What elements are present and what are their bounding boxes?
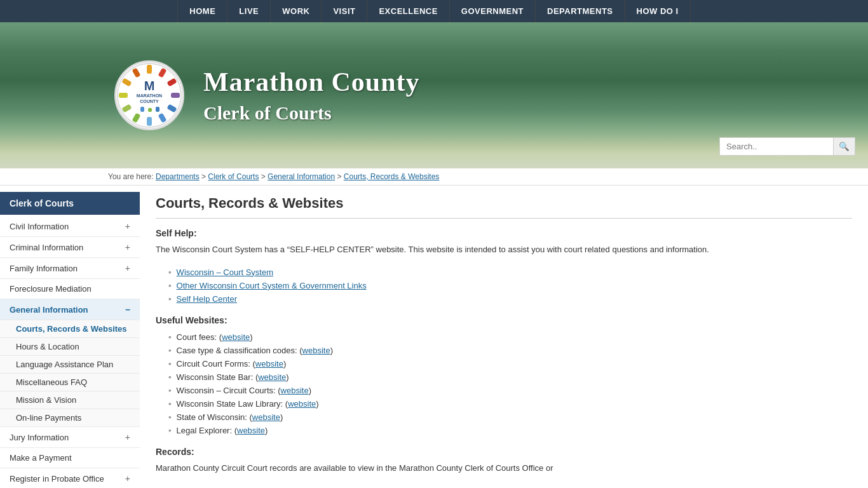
svg-rect-10 xyxy=(119,93,128,98)
sidebar-item-payment-label: Make a Payment xyxy=(10,453,72,463)
nav-item-departments[interactable]: DEPARTMENTS xyxy=(536,0,625,22)
sidebar-item-general-label: General Information xyxy=(10,305,88,315)
content-area: Courts, Records & Websites Self Help: Th… xyxy=(140,186,868,488)
search-box[interactable]: 🔍 xyxy=(719,137,855,156)
sidebar-item-criminal-label: Criminal Information xyxy=(10,243,83,252)
records-text: Marathon County Circuit Court records ar… xyxy=(156,462,852,475)
list-item: Other Wisconsin Court System & Governmen… xyxy=(168,279,852,292)
sidebar-family-plus-icon: + xyxy=(125,263,130,273)
item-text: Legal Explorer: (website) xyxy=(177,426,268,435)
sidebar-item-family-label: Family Information xyxy=(10,264,78,273)
nav-item-home[interactable]: HOME xyxy=(177,0,227,22)
self-help-intro: The Wisconsin Court System has a “SELF-H… xyxy=(156,243,852,256)
link-other-wi[interactable]: Other Wisconsin Court System & Governmen… xyxy=(177,281,367,290)
top-navigation: HOMELIVEWORKVISITEXCELLENCEGOVERNMENTDEP… xyxy=(0,0,868,22)
list-item: Wisconsin State Law Library: (website) xyxy=(168,397,852,410)
sidebar-item-civil-label: Civil Information xyxy=(10,222,69,231)
link-state-bar[interactable]: website xyxy=(258,372,286,382)
sidebar-criminal-plus-icon: + xyxy=(125,242,130,252)
svg-rect-17 xyxy=(140,107,144,112)
svg-rect-19 xyxy=(156,107,159,112)
self-help-links-list: Wisconsin – Court System Other Wisconsin… xyxy=(168,266,852,306)
sidebar-sub-courts-records[interactable]: Courts, Records & Websites xyxy=(0,320,140,338)
list-item: Court fees: (website) xyxy=(168,330,852,344)
sidebar-probate-plus-icon: + xyxy=(125,473,130,484)
sidebar-sub-language[interactable]: Language Assistance Plan xyxy=(0,356,140,374)
sidebar-sub-payments[interactable]: On-line Payments xyxy=(0,409,140,427)
link-court-fees[interactable]: website xyxy=(222,332,250,342)
breadcrumb-label: You are here: xyxy=(108,172,154,181)
sidebar-civil-plus-icon: + xyxy=(125,221,130,231)
sidebar-sub-mission[interactable]: Mission & Vision xyxy=(0,391,140,409)
sidebar-item-general[interactable]: General Information – xyxy=(0,299,140,320)
sidebar-item-jury[interactable]: Jury Information + xyxy=(0,427,140,448)
list-item: Wisconsin State Bar: (website) xyxy=(168,370,852,384)
sidebar-item-civil[interactable]: Civil Information + xyxy=(0,216,140,237)
county-name: Marathon County xyxy=(203,67,420,97)
svg-text:MARATHON: MARATHON xyxy=(137,93,162,98)
list-item: Circuit Court Forms: (website) xyxy=(168,357,852,370)
breadcrumb-clerk[interactable]: Clerk of Courts xyxy=(208,172,259,181)
sidebar-item-payment[interactable]: Make a Payment xyxy=(0,448,140,468)
link-self-help[interactable]: Self Help Center xyxy=(177,294,237,304)
logo-circle: M MARATHON COUNTY xyxy=(114,60,184,130)
sidebar-item-foreclosure-label: Foreclosure Mediation xyxy=(10,284,92,294)
search-input[interactable] xyxy=(719,137,834,156)
breadcrumb-departments[interactable]: Departments xyxy=(156,172,200,181)
breadcrumb-general[interactable]: General Information xyxy=(268,172,335,181)
svg-rect-1 xyxy=(147,65,152,74)
nav-item-visit[interactable]: VISIT xyxy=(322,0,367,22)
svg-text:M: M xyxy=(144,79,155,93)
sidebar-item-jury-label: Jury Information xyxy=(10,433,69,442)
item-text: Court fees: (website) xyxy=(177,332,253,342)
item-text: Case type & classification codes: (websi… xyxy=(177,346,333,355)
list-item: State of Wisconsin: (website) xyxy=(168,410,852,424)
nav-item-live[interactable]: LIVE xyxy=(227,0,271,22)
sidebar-item-foreclosure[interactable]: Foreclosure Mediation xyxy=(0,279,140,299)
nav-item-work[interactable]: WORK xyxy=(271,0,322,22)
nav-item-how-do-i[interactable]: HOW DO I xyxy=(625,0,691,22)
breadcrumb-current[interactable]: Courts, Records & Websites xyxy=(344,172,440,181)
svg-rect-4 xyxy=(171,93,180,98)
useful-websites-list: Court fees: (website) Case type & classi… xyxy=(168,330,852,437)
list-item: Case type & classification codes: (websi… xyxy=(168,344,852,357)
sidebar-item-probate[interactable]: Register in Probate Office + xyxy=(0,468,140,488)
list-item: Self Help Center xyxy=(168,292,852,306)
sidebar-sub-hours[interactable]: Hours & Location xyxy=(0,338,140,356)
useful-heading: Useful Websites: xyxy=(156,315,852,325)
main-layout: Clerk of Courts Civil Information + Crim… xyxy=(0,186,868,488)
svg-rect-7 xyxy=(147,117,152,126)
search-button[interactable]: 🔍 xyxy=(834,137,855,156)
breadcrumb: You are here: Departments > Clerk of Cou… xyxy=(0,168,868,186)
sidebar-item-probate-label: Register in Probate Office xyxy=(10,474,104,484)
header-banner: M MARATHON COUNTY Marathon County Clerk … xyxy=(0,22,868,168)
item-text: Wisconsin State Bar: (website) xyxy=(177,372,289,382)
link-wi-court[interactable]: Wisconsin – Court System xyxy=(177,268,273,277)
svg-rect-18 xyxy=(148,108,152,112)
item-text: Wisconsin State Law Library: (website) xyxy=(177,399,319,409)
link-law-library[interactable]: website xyxy=(288,399,316,409)
page-title: Courts, Records & Websites xyxy=(156,195,852,219)
item-text: Circuit Court Forms: (website) xyxy=(177,359,287,369)
sidebar-general-minus-icon: – xyxy=(125,304,130,315)
link-circuit-forms[interactable]: website xyxy=(255,359,283,369)
department-name: Clerk of Courts xyxy=(203,102,420,124)
list-item: Wisconsin – Court System xyxy=(168,266,852,279)
svg-text:COUNTY: COUNTY xyxy=(140,99,159,104)
link-state-wi[interactable]: website xyxy=(252,412,280,422)
item-text: State of Wisconsin: (website) xyxy=(177,412,283,422)
list-item: Wisconsin – Circuit Courts: (website) xyxy=(168,384,852,397)
nav-item-excellence[interactable]: EXCELLENCE xyxy=(367,0,449,22)
link-circuit-courts[interactable]: website xyxy=(281,386,309,395)
sidebar-item-family[interactable]: Family Information + xyxy=(0,258,140,279)
link-case-type[interactable]: website xyxy=(302,346,330,355)
item-text: Wisconsin – Circuit Courts: (website) xyxy=(177,386,311,395)
sidebar-sub-faq[interactable]: Miscellaneous FAQ xyxy=(0,374,140,391)
sidebar-item-criminal[interactable]: Criminal Information + xyxy=(0,237,140,258)
records-heading: Records: xyxy=(156,447,852,457)
header-titles: Marathon County Clerk of Courts xyxy=(203,67,420,124)
sidebar-jury-plus-icon: + xyxy=(125,432,130,442)
link-legal-explorer[interactable]: website xyxy=(237,426,265,435)
nav-item-government[interactable]: GOVERNMENT xyxy=(450,0,536,22)
self-help-heading: Self Help: xyxy=(156,228,852,238)
